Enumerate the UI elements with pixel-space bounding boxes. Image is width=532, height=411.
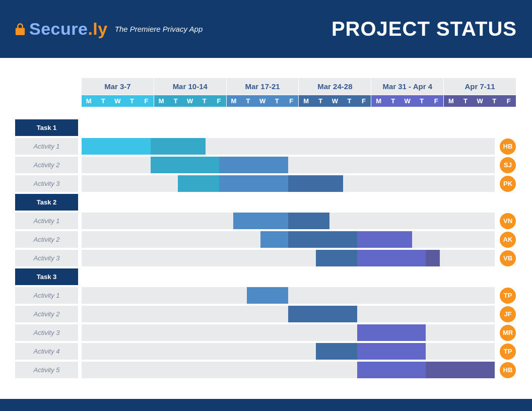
- day-header: T: [458, 95, 473, 107]
- day-header: W: [110, 95, 125, 107]
- day-header: W: [255, 95, 270, 107]
- gantt-bar: [288, 231, 357, 248]
- day-header-group: MTWTF: [227, 95, 299, 107]
- day-header-group: MTWTF: [299, 95, 371, 107]
- day-header: T: [342, 95, 357, 107]
- week-header: Mar 3-7: [82, 78, 154, 95]
- footer-bar: [0, 399, 532, 411]
- day-header: W: [183, 95, 197, 107]
- gantt-bar: [426, 250, 439, 266]
- lock-icon: [15, 23, 25, 35]
- day-header: T: [125, 95, 140, 107]
- logo-text: Secure.ly: [29, 19, 108, 39]
- gantt-bar: [357, 250, 426, 266]
- activity-row: Activity 2JF: [15, 306, 516, 322]
- day-header: T: [96, 95, 111, 107]
- week-header: Mar 17-21: [227, 78, 299, 95]
- week-header: Mar 10-14: [154, 78, 226, 95]
- gantt-bar: [288, 213, 329, 229]
- activity-label: Activity 1: [15, 213, 78, 229]
- week-header: Mar 24-28: [299, 78, 371, 95]
- row-track: [82, 287, 495, 304]
- gantt-bar: [316, 250, 357, 266]
- owner-avatar: PK: [500, 176, 516, 192]
- owner-avatar: VN: [500, 213, 516, 229]
- header: Secure.ly The Premiere Privacy App PROJE…: [0, 0, 532, 58]
- activity-row: Activity 3MR: [15, 324, 516, 341]
- activity-label: Activity 2: [15, 306, 78, 322]
- row-track: [82, 194, 495, 211]
- row-track: [82, 250, 495, 266]
- day-header: T: [168, 95, 183, 107]
- activity-label: Activity 4: [15, 343, 78, 360]
- task-row: Task 2: [15, 194, 516, 211]
- gantt-bar: [260, 231, 288, 248]
- row-track: [82, 306, 495, 322]
- logo-ly: ly: [93, 19, 107, 38]
- gantt-bar: [247, 287, 288, 304]
- gantt-bar: [82, 138, 151, 155]
- gantt-bar: [357, 231, 412, 248]
- owner-avatar: VB: [500, 250, 516, 266]
- owner-avatar: SJ: [500, 157, 516, 173]
- owner-avatar: TP: [500, 344, 516, 360]
- owner-avatar: HB: [500, 139, 516, 155]
- day-header: M: [299, 95, 313, 107]
- gantt-bar: [151, 138, 206, 155]
- activity-row: Activity 3VB: [15, 250, 516, 266]
- day-header: M: [371, 95, 386, 107]
- day-header: F: [501, 95, 516, 107]
- owner-avatar: AK: [500, 232, 516, 248]
- task-label: Task 1: [15, 119, 78, 136]
- activity-label: Activity 5: [15, 362, 78, 378]
- week-header: Mar 31 - Apr 4: [371, 78, 443, 95]
- day-header: M: [227, 95, 241, 107]
- gantt-bar: [233, 213, 288, 229]
- gantt-bar: [288, 306, 357, 322]
- day-header-group: MTWTF: [444, 95, 516, 107]
- activity-label: Activity 1: [15, 287, 78, 304]
- day-header: F: [429, 95, 444, 107]
- day-header: F: [139, 95, 154, 107]
- gantt-rows: Task 1Activity 1HBActivity 2SJActivity 3…: [15, 119, 516, 378]
- activity-label: Activity 3: [15, 175, 78, 192]
- day-header-group: MTWTF: [371, 95, 443, 107]
- activity-row: Activity 1TP: [15, 287, 516, 304]
- activity-label: Activity 2: [15, 231, 78, 248]
- activity-row: Activity 2SJ: [15, 157, 516, 173]
- day-header: W: [400, 95, 415, 107]
- gantt-bar: [219, 157, 288, 173]
- activity-row: Activity 2AK: [15, 231, 516, 248]
- gantt-bar: [316, 343, 357, 360]
- activity-label: Activity 1: [15, 138, 78, 155]
- task-label: Task 3: [15, 268, 78, 285]
- row-track: [82, 362, 495, 378]
- row-track: [82, 119, 495, 136]
- gantt-bar: [426, 362, 495, 378]
- owner-avatar: JF: [500, 306, 516, 322]
- day-header: F: [284, 95, 299, 107]
- day-header: M: [82, 95, 96, 107]
- gantt-chart: Mar 3-7Mar 10-14Mar 17-21Mar 24-28Mar 31…: [0, 58, 532, 378]
- row-track: [82, 213, 495, 229]
- gantt-bar: [357, 362, 426, 378]
- row-track: [82, 324, 495, 341]
- day-header: W: [328, 95, 343, 107]
- day-header: W: [473, 95, 487, 107]
- day-header: M: [154, 95, 169, 107]
- row-track: [82, 175, 495, 192]
- activity-label: Activity 3: [15, 324, 78, 341]
- tagline: The Premiere Privacy App: [115, 25, 203, 33]
- gantt-bar: [219, 175, 288, 192]
- day-header: T: [313, 95, 328, 107]
- activity-row: Activity 1HB: [15, 138, 516, 155]
- activity-row: Activity 3PK: [15, 175, 516, 192]
- logo-dot: .: [88, 19, 93, 38]
- logo: Secure.ly: [15, 19, 108, 39]
- activity-label: Activity 3: [15, 250, 78, 266]
- row-track: [82, 268, 495, 285]
- day-header: T: [386, 95, 401, 107]
- day-header: T: [197, 95, 212, 107]
- row-track: [82, 231, 495, 248]
- task-label: Task 2: [15, 194, 78, 211]
